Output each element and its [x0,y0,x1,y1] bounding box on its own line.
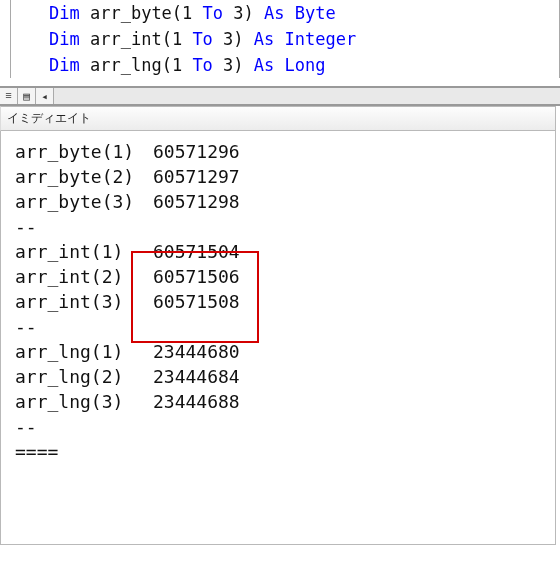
scroll-left-button[interactable]: ◂ [36,88,54,104]
code-editor-area: Dim arr_byte(1 To 3) As Byte Dim arr_int… [0,0,560,86]
view-full-module-button[interactable]: ≡ [0,88,18,104]
output-final: ==== [15,439,541,464]
type-integer: Integer [285,29,357,49]
code-line: Dim arr_byte(1 To 3) As Byte [49,0,559,26]
type-byte: Byte [295,3,336,23]
var-name: arr_int [90,29,162,49]
separator: -- [15,414,541,439]
horizontal-scrollbar[interactable]: ≡ ▤ ◂ [0,86,560,106]
scrollbar-track[interactable] [54,88,560,104]
keyword-dim: Dim [49,29,80,49]
output-row: arr_byte(3)60571298 [15,189,541,214]
code-line: Dim arr_int(1 To 3) As Integer [49,26,559,52]
type-long: Long [285,55,326,75]
keyword-dim: Dim [49,55,80,75]
output-row: arr_lng(3)23444688 [15,389,541,414]
output-row: arr_byte(2)60571297 [15,164,541,189]
separator: -- [15,214,541,239]
immediate-window[interactable]: arr_byte(1)60571296 arr_byte(2)60571297 … [0,131,556,545]
output-row: arr_lng(1)23444680 [15,339,541,364]
output-row: arr_lng(2)23444684 [15,364,541,389]
code-line: Dim arr_lng(1 To 3) As Long [49,52,559,78]
keyword-dim: Dim [49,3,80,23]
separator: -- [15,314,541,339]
var-name: arr_byte [90,3,172,23]
view-procedure-button[interactable]: ▤ [18,88,36,104]
output-row: arr_int(2)60571506 [15,264,541,289]
output-row: arr_int(1)60571504 [15,239,541,264]
immediate-pane-title: イミディエイト [0,106,556,131]
output-row: arr_int(3)60571508 [15,289,541,314]
var-name: arr_lng [90,55,162,75]
output-row: arr_byte(1)60571296 [15,139,541,164]
